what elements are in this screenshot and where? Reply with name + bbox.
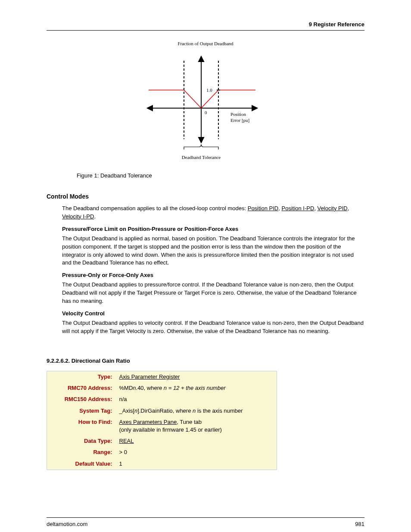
row-rmc70-label: RMC70 Address: [47,383,116,394]
row-systag-value: _Axis[n].DirGainRatio, where n is the ax… [116,405,277,417]
footer-page-number: 981 [355,520,364,528]
svg-marker-1 [252,106,257,111]
row-dtype-label: Data Type: [47,436,116,447]
x-axis-label-1: Position [230,112,246,117]
chart-title: Fraction of Output Deadband [177,41,234,46]
figure-caption: Figure 1: Deadband Tolerance [77,172,364,180]
deadband-chart: Fraction of Output Deadband [141,39,270,168]
heading-pressure-only: Pressure-Only or Force-Only Axes [62,271,364,279]
para-pressure-force-limit: The Output Deadband is applied as normal… [62,235,364,267]
link-real[interactable]: REAL [119,438,134,444]
row-systag-label: System Tag: [47,405,116,417]
control-modes-intro: The Deadband compensation applies to all… [62,205,364,221]
svg-line-9 [184,90,201,108]
row-rmc70-value: %MDn.40, where n = 12 + the axis number [116,383,277,394]
row-rmc150-value: n/a [116,394,277,405]
figure-deadband-tolerance: Fraction of Output Deadband [47,39,364,180]
row-default-label: Default Value: [47,458,116,470]
y-tick-label: 1.0 [206,87,212,93]
row-type-value: Axis Parameter Register [116,371,277,383]
x-axis-label-2: Error [pu] [230,118,249,123]
link-axes-parameters-pane[interactable]: Axes Parameters Pane [119,419,177,425]
row-howto-value: Axes Parameters Pane, Tune tab(only avai… [116,417,277,436]
svg-marker-2 [147,106,153,111]
page-footer: deltamotion.com 981 [47,517,364,528]
row-range-label: Range: [47,447,116,458]
chapter-title: 9 Register Reference [309,21,364,28]
origin-label: 0 [205,110,207,115]
heading-directional-gain-ratio: 9.2.2.6.2. Directional Gain Ratio [47,357,364,365]
row-range-value: > 0 [116,447,277,458]
bracket-label: Deadband Tolerance [182,155,221,160]
link-position-ipd[interactable]: Position I-PD [282,205,314,212]
row-default-value: 1 [116,458,277,470]
link-velocity-pid[interactable]: Velocity PID [318,205,348,212]
link-axis-parameter-register[interactable]: Axis Parameter Register [119,373,180,380]
register-info-table: Type: Axis Parameter Register RMC70 Addr… [47,371,277,470]
svg-line-10 [201,90,218,108]
page-header: 9 Register Reference [47,21,364,31]
row-howto-label: How to Find: [47,417,116,436]
svg-marker-5 [199,137,204,143]
row-type-label: Type: [47,371,116,383]
heading-control-modes: Control Modes [47,193,364,201]
row-rmc150-label: RMC150 Address: [47,394,116,405]
heading-velocity-control: Velocity Control [62,310,364,317]
svg-marker-4 [199,56,204,62]
row-dtype-value: REAL [116,436,277,447]
link-velocity-ipd[interactable]: Velocity I-PD [62,213,94,220]
para-pressure-only: The Output Deadband applies to pressure/… [62,281,364,305]
heading-pressure-force-limit: Pressure/Force Limit on Position-Pressur… [62,225,364,233]
link-position-pid[interactable]: Position PID [248,205,279,212]
footer-site: deltamotion.com [47,520,87,528]
para-velocity-control: The Output Deadband applies to velocity … [62,319,364,336]
